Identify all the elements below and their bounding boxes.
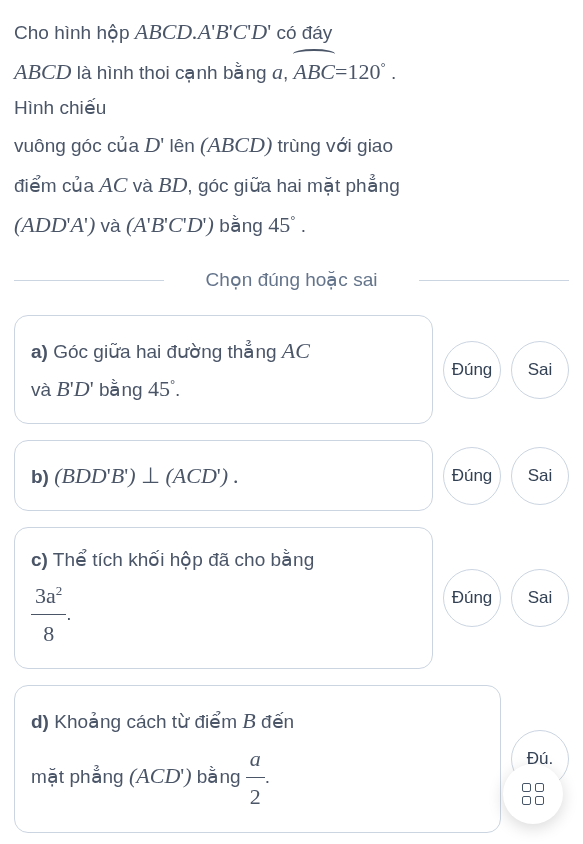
math-BD: BD — [158, 172, 187, 197]
question-d: d) Khoảng cách từ điểm B đến mặt phẳng (… — [14, 685, 501, 832]
text: bằng — [214, 215, 268, 236]
text: mặt phẳng — [31, 766, 129, 787]
option-label-c: c) — [31, 549, 48, 570]
problem-statement: Cho hình hộp ABCD.A'B'C'D' có đáy ABCD l… — [14, 12, 569, 244]
question-a: a) Góc giữa hai đường thẳng AC và B'D' b… — [14, 315, 433, 424]
fraction-3a2-8: 3a2 8 — [31, 577, 66, 653]
math-expr: ABCD.A'B'C'D' — [135, 19, 271, 44]
math-D-prime: D' — [144, 132, 164, 157]
math-BDprime: B'D' — [56, 376, 93, 401]
frac-den: 2 — [246, 778, 265, 815]
math-var-a: a — [272, 59, 283, 84]
math-paren-ABCD: (ABCD) — [200, 132, 272, 157]
math-B: B — [242, 708, 255, 733]
fraction-a-2: a 2 — [246, 740, 265, 816]
frac-sup: 2 — [56, 582, 63, 597]
text: Hình chiếu — [14, 97, 106, 118]
false-button-c[interactable]: Sai — [511, 569, 569, 627]
grid-icon — [522, 783, 544, 805]
true-button-b[interactable]: Đúng — [443, 447, 501, 505]
text: lên — [164, 135, 200, 156]
true-button-c[interactable]: Đúng — [443, 569, 501, 627]
math-expr: ABCD — [14, 59, 71, 84]
text: bằng — [94, 379, 148, 400]
text: và — [95, 215, 126, 236]
question-row-a: a) Góc giữa hai đường thẳng AC và B'D' b… — [14, 315, 569, 424]
text: vuông góc của — [14, 135, 144, 156]
text: bằng — [192, 766, 246, 787]
text: và — [31, 379, 56, 400]
math-AC: AC — [282, 338, 310, 363]
text: Cho hình hộp — [14, 22, 135, 43]
text: và — [127, 175, 158, 196]
text: Thể tích khối hộp đã cho bằng — [48, 549, 314, 570]
true-button-a[interactable]: Đúng — [443, 341, 501, 399]
text: . — [295, 215, 306, 236]
text: , góc giữa hai mặt phẳng — [187, 175, 399, 196]
text: . — [265, 766, 270, 787]
option-label-b: b) — [31, 466, 49, 487]
option-label-a: a) — [31, 341, 48, 362]
frac-num: 3a — [35, 583, 56, 608]
math-ACDprime: (ACD') — [129, 763, 192, 788]
math-45: 45 — [148, 376, 170, 401]
math-ADDA: (ADD'A') — [14, 212, 95, 237]
text: điểm của — [14, 175, 99, 196]
frac-num: a — [246, 740, 265, 778]
false-button-b[interactable]: Sai — [511, 447, 569, 505]
instruction-label: Chọn đúng hoặc sai — [14, 268, 569, 291]
math-angle-ABC: ABC — [293, 52, 335, 92]
text: là hình thoi cạnh bằng — [71, 62, 271, 83]
question-row-c: c) Thể tích khối hộp đã cho bằng 3a2 8 .… — [14, 527, 569, 669]
text: . — [386, 62, 397, 83]
text: . — [66, 603, 71, 624]
math-AC: AC — [99, 172, 127, 197]
question-row-d: d) Khoảng cách từ điểm B đến mặt phẳng (… — [14, 685, 569, 832]
text: , — [283, 62, 294, 83]
false-button-a[interactable]: Sai — [511, 341, 569, 399]
math-45: 45 — [268, 212, 290, 237]
question-row-b: b) (BDD'B') ⊥ (ACD') . Đúng Sai — [14, 440, 569, 511]
text: đến — [256, 711, 294, 732]
text: Góc giữa hai đường thẳng — [48, 341, 282, 362]
math-eq: =120 — [335, 59, 380, 84]
text: Khoảng cách từ điểm — [49, 711, 242, 732]
frac-den: 8 — [31, 615, 66, 652]
text: trùng với giao — [272, 135, 393, 156]
math-perp: (BDD'B') ⊥ (ACD') . — [54, 463, 239, 488]
math-A1B1C1D1: (A'B'C'D') — [126, 212, 214, 237]
menu-fab[interactable] — [503, 764, 563, 824]
question-c: c) Thể tích khối hộp đã cho bằng 3a2 8 . — [14, 527, 433, 669]
question-b: b) (BDD'B') ⊥ (ACD') . — [14, 440, 433, 511]
text: có đáy — [271, 22, 332, 43]
option-label-d: d) — [31, 711, 49, 732]
text: . — [175, 379, 180, 400]
